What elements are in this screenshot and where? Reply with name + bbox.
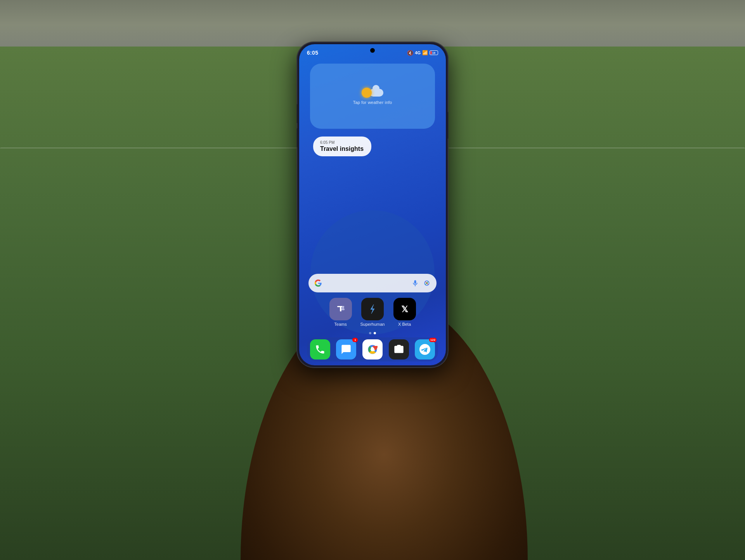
lens-search-icon[interactable] <box>423 279 431 287</box>
front-camera <box>370 48 375 53</box>
travel-insights-card[interactable]: 6:05 PM Travel insights <box>313 137 371 156</box>
dock-chrome-icon[interactable] <box>362 339 383 360</box>
weather-widget[interactable]: Tap for weather info <box>310 64 435 129</box>
svg-point-5 <box>342 306 344 308</box>
battery-level: 19 <box>432 52 435 54</box>
app-dock: 1 <box>307 337 438 361</box>
sun-icon <box>362 88 372 98</box>
phone-wrapper: 6:05 🔇 4G 📶 19 <box>297 42 448 368</box>
svg-rect-6 <box>341 308 345 310</box>
svg-point-14 <box>371 347 374 351</box>
xbeta-icon-svg: 𝕏 <box>397 302 412 316</box>
weather-tap-text: Tap for weather info <box>353 100 392 105</box>
superhuman-app-icon[interactable] <box>361 298 384 320</box>
messages-badge: 1 <box>352 338 358 342</box>
status-icons: 🔇 4G 📶 19 <box>407 50 438 56</box>
battery-icon: 19 <box>430 50 438 55</box>
superhuman-icon-svg <box>365 302 380 316</box>
app-item-xbeta[interactable]: 𝕏 X Beta <box>393 298 416 327</box>
xbeta-app-icon[interactable]: 𝕏 <box>393 298 416 320</box>
search-bar[interactable] <box>308 274 437 292</box>
app-item-superhuman[interactable]: Superhuman <box>360 298 385 327</box>
dock-messages-icon[interactable]: 1 <box>336 339 356 360</box>
dock-camera-icon[interactable] <box>389 339 409 360</box>
status-time: 6:05 <box>307 50 318 56</box>
volume-down-button[interactable] <box>297 128 297 147</box>
travel-card-time: 6:05 PM <box>320 140 364 145</box>
weather-icon-area <box>362 88 383 98</box>
svg-text:𝕏: 𝕏 <box>401 304 408 314</box>
app-item-teams[interactable]: Teams <box>329 298 352 327</box>
battery-fill <box>430 51 432 54</box>
xbeta-app-label: X Beta <box>398 322 411 327</box>
dock-phone-icon[interactable] <box>310 339 330 360</box>
teams-app-label: Teams <box>334 322 347 327</box>
superhuman-app-label: Superhuman <box>360 322 385 327</box>
speaker-icon: 🔇 <box>407 50 413 56</box>
page-dot-1[interactable] <box>369 332 371 334</box>
teams-icon-svg <box>334 302 348 316</box>
dock-telegram-icon[interactable]: 122 <box>415 339 435 360</box>
svg-rect-4 <box>340 306 341 311</box>
telegram-badge: 122 <box>429 338 437 342</box>
teams-app-icon[interactable] <box>329 298 352 320</box>
page-dots <box>299 332 446 334</box>
power-button[interactable] <box>448 112 448 139</box>
voice-search-icon[interactable] <box>411 279 419 287</box>
travel-card-title: Travel insights <box>320 145 364 152</box>
network-label: 4G <box>415 50 421 55</box>
page-dot-2[interactable] <box>374 332 376 334</box>
phone-body: 6:05 🔇 4G 📶 19 <box>297 42 448 368</box>
phone-screen: 6:05 🔇 4G 📶 19 <box>299 44 446 365</box>
volume-up-button[interactable] <box>297 104 297 123</box>
app-icons-row: Teams Superhuman <box>299 298 446 327</box>
google-logo <box>314 279 322 287</box>
signal-icon: 📶 <box>422 50 428 55</box>
